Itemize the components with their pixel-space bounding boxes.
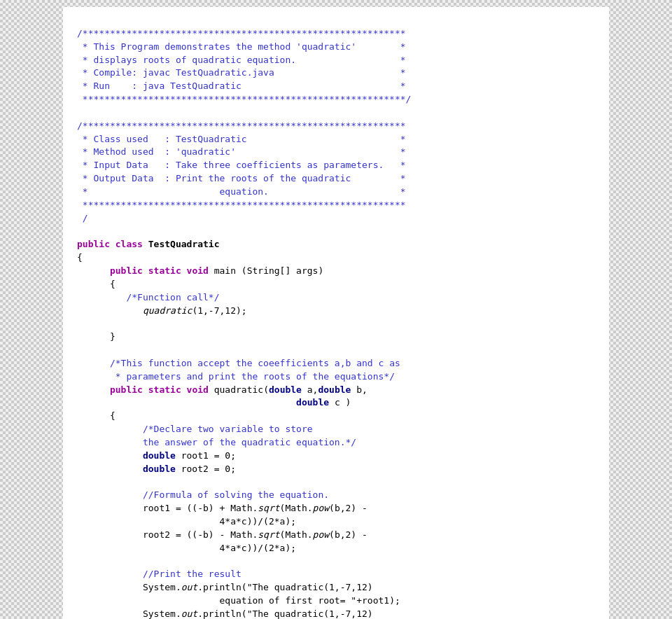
code-content: /***************************************… <box>77 27 595 619</box>
code-editor: /***************************************… <box>63 7 609 619</box>
